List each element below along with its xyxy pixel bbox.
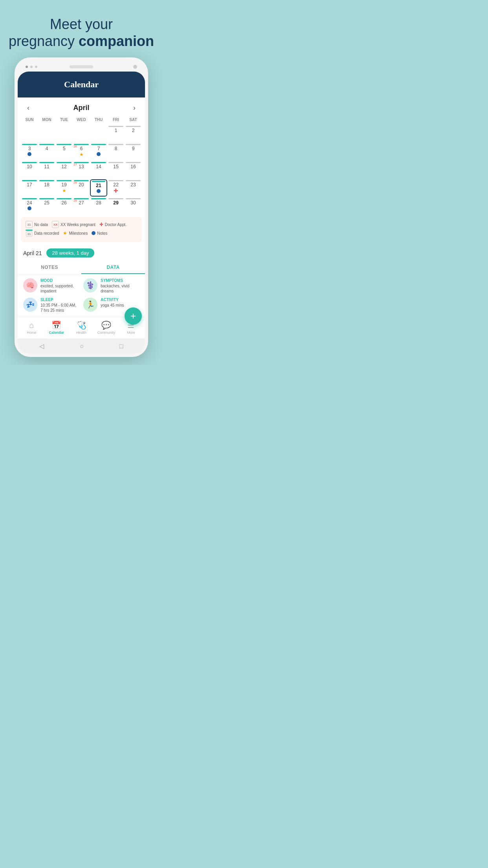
- day-tue: TUE: [55, 116, 73, 123]
- calendar-day-26[interactable]: 26: [55, 197, 73, 215]
- hero-bold: companion: [79, 33, 154, 49]
- sleep-text: SLEEP 10:35 PM - 6:00 AM, 7 hrs 25 mins: [40, 298, 79, 313]
- calendar-icon: 📅: [51, 320, 61, 330]
- nav-community[interactable]: 💬 Community: [94, 320, 119, 335]
- tab-notes[interactable]: NOTES: [18, 261, 81, 274]
- calendar-week-1: 1 2: [21, 125, 142, 142]
- legend-data-recorded-label: Data recorded: [34, 231, 59, 235]
- date-section: April 21 28 weeks, 1 day: [18, 245, 145, 261]
- nav-community-label: Community: [97, 331, 115, 335]
- calendar-legend: 31 No data XX XX Weeks pregnant ✚ Doctor…: [21, 217, 142, 242]
- sleep-label: SLEEP: [40, 298, 79, 302]
- symptoms-value: backaches, vivid dreams: [101, 283, 139, 294]
- calendar-day-15[interactable]: 15: [107, 161, 125, 178]
- calendar-day-20[interactable]: 28 20: [73, 179, 90, 197]
- calendar-day-27[interactable]: 29 27: [73, 197, 90, 215]
- calendar-week-2: 3 4 5 26 6 ★: [21, 143, 142, 160]
- calendar-day-17[interactable]: 17: [21, 179, 38, 197]
- calendar-day-29[interactable]: 29: [107, 197, 125, 215]
- activity-icon: 🏃: [83, 298, 97, 312]
- calendar-day-2[interactable]: 2: [125, 125, 142, 142]
- calendar-week-5: 24 25 26 29 27: [21, 197, 142, 215]
- legend-milestones-label: Milestones: [69, 231, 88, 235]
- calendar-day-18[interactable]: 18: [38, 179, 55, 197]
- calendar-day-empty: [55, 125, 73, 142]
- phone-dot: [26, 66, 28, 68]
- phone-speaker: [70, 65, 93, 68]
- hero-line1: Meet your: [50, 16, 113, 32]
- calendar-day-28[interactable]: 28: [90, 197, 107, 215]
- day-fri: FRI: [107, 116, 125, 123]
- mood-value: excited, supported, impatient: [40, 283, 79, 294]
- calendar-day-12[interactable]: 12: [55, 161, 73, 178]
- recents-button[interactable]: □: [119, 343, 123, 350]
- calendar-day-22[interactable]: 22 ✚: [107, 179, 125, 197]
- legend-milestones: ★ Milestones: [63, 230, 88, 236]
- legend-dot-icon: [92, 231, 95, 235]
- mood-item: 🧠 MOOD excited, supported, impatient: [23, 278, 79, 294]
- nav-home[interactable]: ⌂ Home: [19, 321, 44, 335]
- calendar-day-3[interactable]: 3: [21, 143, 38, 160]
- nav-calendar-label: Calendar: [49, 331, 64, 335]
- calendar-day-5[interactable]: 5: [55, 143, 73, 160]
- calendar-day-19[interactable]: 19 ★: [55, 179, 73, 197]
- weeks-badge: 28 weeks, 1 day: [46, 248, 94, 257]
- prev-month-button[interactable]: ‹: [24, 102, 33, 114]
- calendar-day-1[interactable]: 1: [107, 125, 125, 142]
- calendar-day-25[interactable]: 25: [38, 197, 55, 215]
- hero-line2: pregnancy: [9, 33, 75, 49]
- app-title: Calendar: [26, 79, 137, 90]
- mood-text: MOOD excited, supported, impatient: [40, 278, 79, 294]
- legend-row-2: 31 Data recorded ★ Milestones Notes: [26, 230, 137, 237]
- calendar-day-11[interactable]: 11: [38, 161, 55, 178]
- calendar-day-16[interactable]: 16: [125, 161, 142, 178]
- calendar-day-23[interactable]: 23: [125, 179, 142, 197]
- phone-camera: [133, 65, 137, 69]
- activity-label: ACTIVITY: [101, 298, 124, 302]
- calendar-day-10[interactable]: 10: [21, 161, 38, 178]
- sleep-item: 💤 SLEEP 10:35 PM - 6:00 AM, 7 hrs 25 min…: [23, 298, 79, 313]
- activity-text: ACTIVITY yoga 45 mins: [101, 298, 124, 308]
- home-icon: ⌂: [29, 321, 34, 330]
- calendar-day-9[interactable]: 9: [125, 143, 142, 160]
- day-headers: SUN MON TUE WED THU FRI SAT: [21, 116, 142, 123]
- calendar-day-14[interactable]: 14: [90, 161, 107, 178]
- phone-dot: [35, 66, 37, 68]
- activity-value: yoga 45 mins: [101, 303, 124, 308]
- day-thu: THU: [90, 116, 107, 123]
- legend-weeks-label: XX Weeks pregnant: [61, 223, 95, 227]
- symptoms-item: ⚕️ SYMPTOMS backaches, vivid dreams: [83, 278, 139, 294]
- home-button[interactable]: ○: [80, 343, 84, 350]
- phone-notch: [18, 65, 145, 68]
- legend-weeks-box: XX: [52, 221, 59, 228]
- calendar-day-24[interactable]: 24: [21, 197, 38, 215]
- calendar-day-4[interactable]: 4: [38, 143, 55, 160]
- calendar-day-6[interactable]: 26 6 ★: [73, 143, 90, 160]
- calendar-day-empty: [73, 125, 90, 142]
- calendar-day-30[interactable]: 30: [125, 197, 142, 215]
- day-sun: SUN: [21, 116, 38, 123]
- day-mon: MON: [38, 116, 55, 123]
- calendar-week-4: 17 18 19 ★ 28 20: [21, 179, 142, 197]
- day-wed: WED: [73, 116, 90, 123]
- calendar-day-8[interactable]: 8: [107, 143, 125, 160]
- mood-icon: 🧠: [23, 278, 37, 292]
- calendar-day-7[interactable]: 7: [90, 143, 107, 160]
- nav-health[interactable]: 🩺 Health: [69, 320, 94, 335]
- next-month-button[interactable]: ›: [130, 102, 139, 114]
- calendar-nav: ‹ April ›: [18, 97, 145, 116]
- calendar-day-empty: [38, 125, 55, 142]
- calendar-week-3: 10 11 12 27 13: [21, 161, 142, 178]
- data-content: 🧠 MOOD excited, supported, impatient ⚕️ …: [18, 274, 145, 317]
- sleep-value: 10:35 PM - 6:00 AM, 7 hrs 25 mins: [40, 303, 79, 313]
- calendar-day-21[interactable]: 21: [90, 179, 107, 197]
- sleep-icon: 💤: [23, 298, 37, 312]
- legend-no-data-label: No data: [34, 223, 48, 227]
- tab-section: NOTES DATA: [18, 261, 145, 274]
- back-button[interactable]: ◁: [39, 342, 44, 350]
- phone-container: Calendar ‹ April › SUN MON TUE WED THU F…: [15, 57, 148, 357]
- nav-calendar[interactable]: 📅 Calendar: [44, 320, 69, 335]
- calendar-day-13[interactable]: 27 13: [73, 161, 90, 178]
- tab-data[interactable]: DATA: [81, 261, 145, 274]
- symptoms-label: SYMPTOMS: [101, 278, 139, 283]
